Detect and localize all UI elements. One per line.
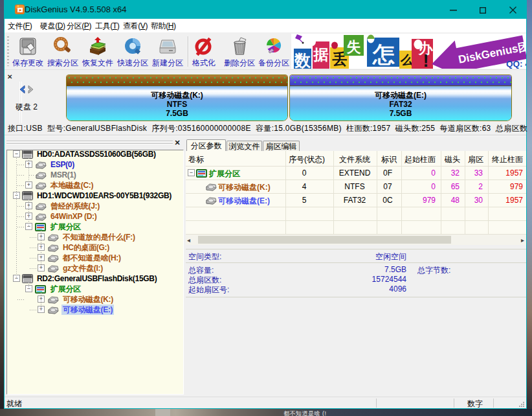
svg-text:QQ: 4: QQ: 4 xyxy=(506,59,526,69)
svg-text:怎: 怎 xyxy=(371,43,395,67)
svg-text:!: ! xyxy=(423,51,429,69)
svg-text:么: 么 xyxy=(400,53,414,67)
svg-text:据: 据 xyxy=(313,47,329,63)
svg-text:数: 数 xyxy=(294,52,311,69)
svg-text:失: 失 xyxy=(347,39,361,55)
